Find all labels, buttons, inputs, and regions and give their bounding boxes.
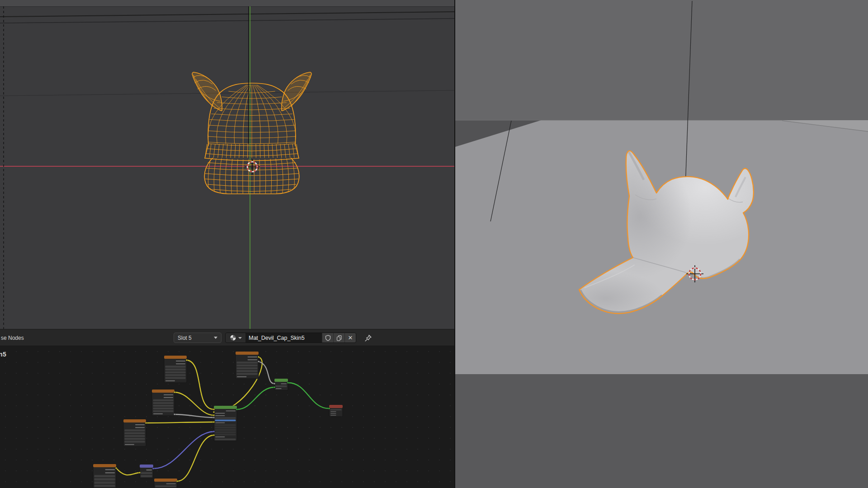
node-wire: [175, 392, 214, 415]
shader-node-texA[interactable]: [164, 356, 187, 383]
material-slot-dropdown[interactable]: Slot 5: [174, 333, 222, 343]
solid-viewport[interactable]: [454, 0, 868, 488]
duplicate-material-button[interactable]: [333, 333, 344, 343]
backdrop-wall: [455, 0, 868, 120]
node-wire: [187, 360, 214, 409]
node-header: [140, 465, 153, 468]
shader-node-texH[interactable]: [93, 464, 116, 488]
shader-node-texJ[interactable]: [154, 479, 177, 488]
node-header: [93, 464, 116, 467]
pin-button[interactable]: [363, 333, 373, 343]
use-nodes-label[interactable]: se Nodes: [1, 329, 24, 347]
shader-node-normalmap[interactable]: [140, 465, 153, 478]
material-browse-button[interactable]: [226, 333, 245, 343]
shader-node-principled[interactable]: [214, 406, 237, 441]
shader-node-editor[interactable]: n5: [0, 346, 454, 488]
slot-label: Slot 5: [178, 335, 192, 341]
fake-user-shield-icon: [325, 334, 331, 342]
node-wire: [146, 422, 214, 423]
node-wire: [288, 383, 329, 408]
viewport-top-strip: [0, 0, 454, 6]
fake-user-button[interactable]: [322, 333, 333, 343]
node-header: [164, 356, 187, 359]
shader-node-output[interactable]: [329, 405, 343, 417]
chevron-down-icon: [214, 337, 217, 339]
material-overlay-label: n5: [0, 351, 6, 358]
node-header: [236, 352, 259, 355]
shader-node-mixshader[interactable]: [274, 379, 288, 390]
pin-icon: [364, 334, 373, 343]
node-wire: [116, 468, 140, 475]
material-sphere-icon: [229, 334, 237, 342]
node-header: [274, 379, 288, 382]
node-header: [152, 389, 175, 393]
node-editor-header: se Nodes Slot 5 Mat_Devil_Cap_Skin5: [0, 329, 454, 346]
wireframe-viewport[interactable]: [0, 0, 454, 329]
node-header: [214, 406, 237, 409]
node-header: [123, 419, 146, 422]
unlink-material-button[interactable]: ✕: [344, 333, 356, 343]
chevron-down-icon: [238, 337, 242, 339]
node-wire: [177, 435, 214, 481]
node-wire: [153, 432, 214, 469]
node-header: [329, 405, 343, 408]
shader-node-texG[interactable]: [123, 419, 146, 446]
viewport-background: [0, 0, 454, 329]
unlink-x-icon: ✕: [348, 334, 353, 341]
node-wire: [175, 414, 214, 418]
node-wire: [259, 361, 274, 384]
shader-node-texF[interactable]: [152, 389, 175, 416]
duplicate-icon: [336, 334, 343, 342]
shader-node-texB[interactable]: [236, 352, 259, 379]
blender-window: se Nodes Slot 5 Mat_Devil_Cap_Skin5: [0, 0, 868, 488]
node-header: [154, 479, 177, 482]
material-name-field[interactable]: Mat_Devil_Cap_Skin5: [245, 333, 322, 343]
floor-edge-area: [455, 374, 868, 488]
material-selector: Mat_Devil_Cap_Skin5 ✕: [225, 333, 356, 343]
